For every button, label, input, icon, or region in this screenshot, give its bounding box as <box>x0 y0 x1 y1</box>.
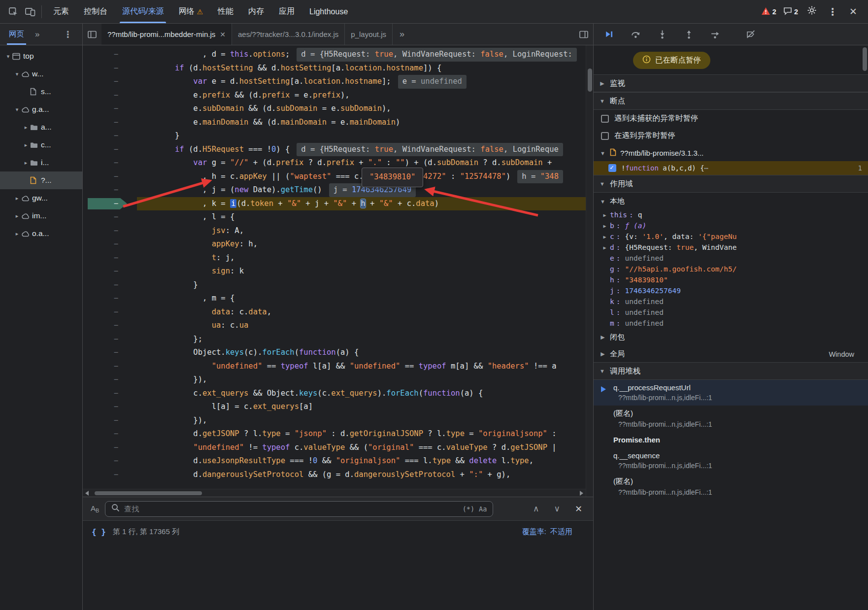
chevron-down-icon[interactable]: ▾ <box>13 71 21 77</box>
step-into-button[interactable] <box>656 28 668 41</box>
chevron-down-icon[interactable]: ▾ <box>4 53 12 60</box>
navigator-menu-icon[interactable]: ⋮ <box>64 29 80 40</box>
deactivate-breakpoints-button[interactable] <box>744 28 757 41</box>
chevron-right-icon[interactable]: ▶ <box>601 212 608 218</box>
breakpoint-gutter[interactable]: − <box>83 278 137 292</box>
breakpoint-gutter[interactable]: − <box>83 62 137 75</box>
breakpoint-gutter[interactable]: − <box>83 305 137 319</box>
call-stack-frame[interactable]: (匿名)??mtb/lib-promi...n.js,idleFi...:1 <box>594 406 868 432</box>
breakpoint-gutter[interactable]: − <box>83 170 137 184</box>
pause-on-caught-row[interactable]: 在遇到异常时暂停 <box>594 127 868 144</box>
chevron-right-icon[interactable]: ▸ <box>22 142 30 148</box>
tree-item[interactable]: ▸i... <box>0 154 82 171</box>
section-call-stack[interactable]: ▼ 调用堆栈 <box>594 362 868 380</box>
file-tab-0[interactable]: ??mtb/lib-promi...mbedder-min.js✕ <box>101 24 232 45</box>
breakpoint-gutter[interactable]: − <box>83 265 137 278</box>
step-out-button[interactable] <box>682 28 695 41</box>
scope-variable[interactable]: ▶b:ƒ (a) <box>594 220 868 231</box>
chevron-right-icon[interactable]: ▸ <box>22 160 30 166</box>
editor-horizontal-scrollbar[interactable] <box>83 489 586 497</box>
scope-variable[interactable]: g:"//h5api.m.goofish.com/h5/ <box>594 264 868 274</box>
panel-tab-7[interactable]: Lighthouse <box>302 0 355 23</box>
scope-variable[interactable]: h:"34839810" <box>594 274 868 285</box>
breakpoint-gutter[interactable]: − <box>83 116 137 130</box>
settings-gear-icon[interactable] <box>805 5 819 18</box>
breakpoint-gutter[interactable]: − <box>83 129 137 143</box>
breakpoint-gutter[interactable]: − <box>83 454 137 468</box>
find-input[interactable] <box>124 505 458 513</box>
breakpoint-gutter[interactable]: − <box>83 237 137 251</box>
panel-tab-1[interactable]: 控制台 <box>76 0 115 23</box>
breakpoint-checkbox[interactable] <box>608 164 616 172</box>
breakpoint-gutter[interactable]: − <box>83 156 137 170</box>
find-mode-icon[interactable]: AB <box>91 504 99 513</box>
tree-item[interactable]: ▸c... <box>0 136 82 154</box>
breakpoint-gutter[interactable]: − <box>83 400 137 414</box>
breakpoint-gutter[interactable]: − <box>83 143 137 157</box>
tree-item[interactable]: ▾w... <box>0 65 82 83</box>
find-previous-icon[interactable]: ∧ <box>533 504 539 514</box>
call-stack-frame[interactable]: q.__sequence??mtb/lib-promi...n.js,idleF… <box>594 448 868 474</box>
pause-on-uncaught-row[interactable]: 遇到未捕获的异常时暂停 <box>594 110 868 127</box>
breakpoint-gutter[interactable]: − <box>83 319 137 333</box>
tree-item[interactable]: ▸im... <box>0 207 82 225</box>
breakpoint-group[interactable]: ▼ ??mtb/lib-promise/3.1.3... <box>594 144 868 161</box>
pretty-print-icon[interactable]: { } <box>92 527 106 537</box>
chevron-right-icon[interactable]: ▸ <box>13 231 21 237</box>
scope-variable[interactable]: k:undefined <box>594 296 868 307</box>
find-next-icon[interactable]: ∨ <box>554 504 560 514</box>
scope-variable[interactable]: m:undefined <box>594 318 868 329</box>
section-watch[interactable]: ▶ 监视 <box>594 74 868 92</box>
section-breakpoints[interactable]: ▼ 断点 <box>594 92 868 110</box>
scope-variable[interactable]: j:1746346257649 <box>594 285 868 296</box>
breakpoint-gutter[interactable]: − <box>83 89 137 102</box>
call-stack-frame[interactable]: (匿名)??mtb/lib-promi...n.js,idleFi...:1 <box>594 474 868 500</box>
issues-badge[interactable]: 2 <box>783 7 798 17</box>
match-case-toggle-icon[interactable]: Aa <box>479 505 487 513</box>
tree-item[interactable]: s... <box>0 83 82 101</box>
chevron-right-icon[interactable]: ▸ <box>22 124 30 131</box>
execution-pointer-marker[interactable]: − <box>83 197 137 211</box>
breakpoint-gutter[interactable]: − <box>83 292 137 305</box>
toggle-debugger-sidebar-icon[interactable] <box>574 30 593 39</box>
tree-item[interactable]: ?... <box>0 171 82 189</box>
resume-button[interactable] <box>602 28 615 41</box>
pause-caught-checkbox[interactable] <box>601 132 609 140</box>
scope-local[interactable]: ▼ 本地 <box>594 193 868 209</box>
chevron-down-icon[interactable]: ▾ <box>13 106 21 113</box>
chevron-right-icon[interactable]: ▸ <box>13 213 21 219</box>
scrollbar-thumb[interactable] <box>588 68 592 92</box>
scope-variable[interactable]: l:undefined <box>594 307 868 318</box>
coverage-status[interactable]: 覆盖率: 不适用 <box>522 527 584 537</box>
breakpoint-gutter[interactable]: − <box>83 346 137 360</box>
scope-global[interactable]: ▶ 全局 Window <box>594 345 868 362</box>
chevron-right-icon[interactable]: ▶ <box>601 245 608 250</box>
pause-uncaught-checkbox[interactable] <box>601 115 609 123</box>
scroll-left-icon[interactable] <box>85 491 89 496</box>
breakpoint-gutter[interactable]: − <box>83 224 137 238</box>
close-find-icon[interactable]: ✕ <box>575 504 582 514</box>
breakpoint-gutter[interactable]: − <box>83 48 137 62</box>
breakpoint-gutter[interactable]: − <box>83 333 137 346</box>
breakpoint-gutter[interactable]: − <box>83 102 137 116</box>
panel-tab-5[interactable]: 内存 <box>241 0 271 23</box>
panel-tab-4[interactable]: 性能 <box>210 0 241 23</box>
scrollbar-thumb[interactable] <box>95 491 202 495</box>
scope-closure[interactable]: ▶ 闭包 <box>594 329 868 345</box>
close-tab-icon[interactable]: ✕ <box>220 31 226 38</box>
panel-tab-2[interactable]: 源代码/来源 <box>115 0 171 23</box>
breakpoint-entry[interactable]: !function a(b,c,d) {⋯1 <box>594 161 868 175</box>
breakpoint-gutter[interactable]: − <box>83 427 137 441</box>
breakpoint-gutter[interactable]: − <box>83 414 137 428</box>
inspect-element-icon[interactable] <box>5 3 22 20</box>
panel-scrollbar-thumb[interactable] <box>863 47 867 71</box>
chevron-right-icon[interactable]: ▶ <box>601 223 608 229</box>
panel-tab-0[interactable]: 元素 <box>46 0 76 23</box>
chevron-right-icon[interactable]: ▶ <box>601 234 608 239</box>
panel-tab-3[interactable]: 网络⚠ <box>171 0 210 23</box>
scope-variable[interactable]: ▶d:{H5Request: true, WindVane <box>594 242 868 253</box>
breakpoint-gutter[interactable]: − <box>83 183 137 197</box>
breakpoint-gutter[interactable]: − <box>83 373 137 387</box>
chevron-right-icon[interactable]: ▸ <box>13 195 21 202</box>
more-tabs-icon[interactable]: » <box>35 30 39 39</box>
